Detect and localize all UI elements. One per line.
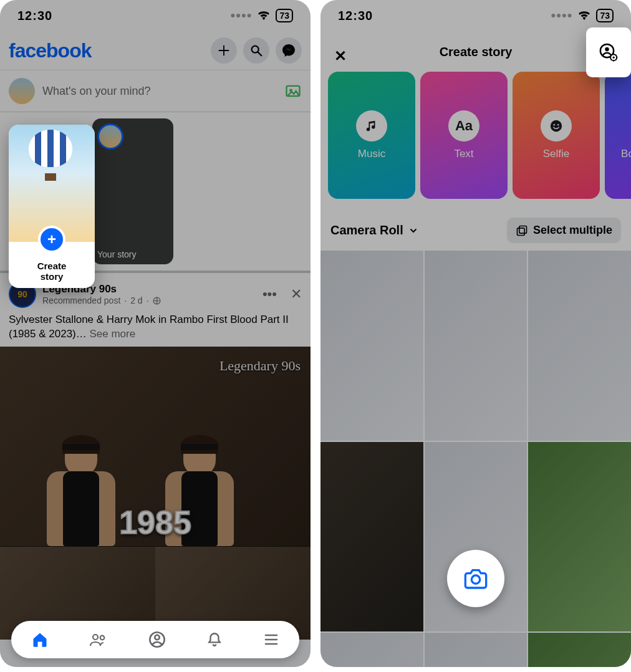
- svg-point-4: [93, 635, 98, 640]
- tile-boomerang[interactable]: Boomerang: [605, 72, 631, 199]
- tab-menu[interactable]: [263, 632, 279, 647]
- photo-icon[interactable]: [284, 82, 302, 100]
- globe-icon: [153, 297, 161, 305]
- post-watermark: Legendary 90s: [219, 358, 301, 374]
- svg-point-16: [605, 47, 609, 52]
- post-text: Sylvester Stallone & Harry Mok in Rambo …: [9, 308, 302, 347]
- status-time: 12:30: [338, 9, 373, 23]
- text-icon: Aa: [448, 110, 479, 142]
- messenger-button[interactable]: [276, 37, 302, 64]
- tab-home[interactable]: [31, 631, 49, 648]
- chevron-down-icon: [408, 226, 418, 236]
- svg-point-14: [471, 575, 479, 583]
- feed-screen: 12:30 •••• 73 facebook What's on your mi…: [0, 0, 311, 667]
- selfie-icon: [541, 110, 572, 142]
- battery-indicator: 73: [276, 9, 293, 22]
- tile-text[interactable]: Aa Text: [420, 72, 508, 199]
- tab-notifications[interactable]: [206, 631, 223, 648]
- post-image[interactable]: Legendary 90s 1985: [0, 347, 311, 640]
- composer[interactable]: What's on your mind?: [0, 70, 311, 112]
- wifi-icon: [577, 10, 591, 21]
- svg-point-5: [100, 636, 105, 640]
- page-title: Create story: [440, 45, 513, 59]
- status-bar: 12:30 •••• 73: [320, 0, 631, 31]
- close-button[interactable]: ✕: [334, 47, 347, 65]
- story-settings-button[interactable]: [586, 27, 631, 77]
- create-story-screen: 12:30 •••• 73 ✕ Create story Music Aa Te…: [320, 0, 631, 667]
- svg-point-8: [551, 120, 562, 132]
- photo-thumbnail[interactable]: [425, 251, 527, 441]
- tab-friends[interactable]: [89, 631, 108, 648]
- your-story-label: Your story: [97, 249, 137, 259]
- photo-thumbnail[interactable]: [528, 633, 631, 667]
- post-menu-button[interactable]: •••: [263, 286, 277, 302]
- svg-rect-13: [517, 228, 524, 235]
- gallery-icon: [516, 224, 528, 237]
- svg-rect-12: [519, 226, 527, 233]
- see-more-link[interactable]: See more: [89, 328, 135, 340]
- avatar[interactable]: [9, 78, 35, 104]
- photo-thumbnail[interactable]: [528, 251, 631, 441]
- tab-bar: [11, 621, 299, 658]
- status-bar: 12:30 •••• 73: [0, 0, 311, 31]
- camera-button[interactable]: [447, 550, 504, 607]
- story-type-tiles: Music Aa Text Selfie Boomerang: [320, 69, 631, 210]
- compose-button[interactable]: [211, 37, 237, 64]
- tile-music[interactable]: Music: [328, 72, 415, 199]
- story-avatar: [97, 123, 123, 150]
- tab-profile[interactable]: [148, 631, 166, 648]
- search-button[interactable]: [243, 37, 269, 64]
- album-selector[interactable]: Camera Roll: [330, 223, 418, 238]
- tile-selfie[interactable]: Selfie: [513, 72, 600, 199]
- your-story-card[interactable]: Your story: [92, 118, 173, 264]
- status-time: 12:30: [17, 9, 52, 23]
- create-story-card[interactable]: + Createstory: [9, 125, 95, 288]
- network-dots-icon: ••••: [551, 7, 573, 24]
- post-year-overlay: 1985: [119, 504, 191, 541]
- privacy-gear-icon: [599, 43, 618, 62]
- plus-icon: +: [38, 226, 65, 253]
- photo-thumbnail[interactable]: [425, 633, 527, 667]
- photo-thumbnail[interactable]: [528, 442, 631, 632]
- svg-point-7: [155, 635, 159, 640]
- network-dots-icon: ••••: [231, 7, 253, 24]
- composer-placeholder[interactable]: What's on your mind?: [42, 85, 277, 98]
- battery-indicator: 73: [596, 9, 614, 22]
- post-meta: Recommended post · 2 d ·: [42, 295, 161, 305]
- select-multiple-button[interactable]: Select multiple: [507, 218, 621, 243]
- photo-thumbnail[interactable]: [320, 251, 423, 441]
- svg-point-18: [613, 57, 615, 59]
- album-picker-bar: Camera Roll Select multiple: [320, 210, 631, 251]
- photo-thumbnail[interactable]: [320, 633, 423, 667]
- photo-thumbnail[interactable]: [320, 442, 423, 632]
- svg-point-9: [554, 124, 556, 126]
- facebook-logo[interactable]: facebook: [9, 39, 91, 62]
- post-close-button[interactable]: ✕: [291, 286, 302, 302]
- music-icon: [356, 110, 387, 142]
- wifi-icon: [257, 10, 271, 21]
- svg-point-10: [557, 124, 559, 126]
